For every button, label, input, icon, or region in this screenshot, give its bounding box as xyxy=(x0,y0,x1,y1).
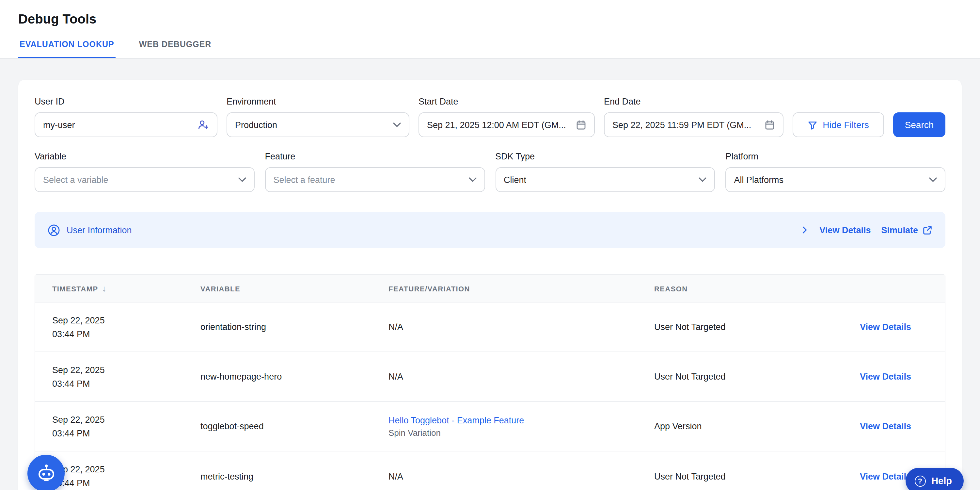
variable-cell: togglebot-speed xyxy=(200,421,388,431)
feature-text: N/A xyxy=(388,322,403,332)
table-header-row: TIMESTAMP ↓ VARIABLE FEATURE/VARIATION R… xyxy=(35,275,945,303)
reason-header-label: REASON xyxy=(654,284,688,292)
feature-text: N/A xyxy=(388,471,403,481)
togglebot-assistant-button[interactable] xyxy=(27,455,65,490)
end-date-field: End Date Sep 22, 2025 11:59 PM EDT (GM..… xyxy=(604,97,783,137)
calendar-icon xyxy=(576,120,586,130)
variable-placeholder: Select a variable xyxy=(43,175,108,185)
environment-select[interactable]: Production xyxy=(227,112,409,137)
variable-cell: orientation-string xyxy=(200,322,388,332)
row-view-details-link[interactable]: View Details xyxy=(860,471,911,481)
calendar-icon xyxy=(765,120,775,130)
timestamp-time: 03:44 PM xyxy=(52,377,200,390)
platform-label: Platform xyxy=(726,152,946,161)
start-date-value: Sep 21, 2025 12:00 AM EDT (GM... xyxy=(427,120,571,130)
user-circle-icon xyxy=(48,224,60,236)
sdk-type-value: Client xyxy=(504,175,526,185)
column-header-reason: REASON xyxy=(654,284,860,292)
banner-view-details-link[interactable]: View Details xyxy=(819,225,871,235)
table-row: Sep 22, 2025 03:44 PM togglebot-speed He… xyxy=(35,402,945,452)
filter-row-2: Variable Select a variable Feature Selec… xyxy=(35,152,945,192)
row-view-details-link[interactable]: View Details xyxy=(860,322,911,332)
actions-cell: View Details xyxy=(860,372,945,381)
feature-variation-header-label: FEATURE/VARIATION xyxy=(388,284,470,292)
table-row: Sep 22, 2025 03:44 PM metric-testing N/A… xyxy=(35,452,945,490)
environment-value: Production xyxy=(235,120,277,130)
feature-placeholder: Select a feature xyxy=(274,175,335,185)
evaluation-results-table: TIMESTAMP ↓ VARIABLE FEATURE/VARIATION R… xyxy=(35,275,945,490)
timestamp-cell: Sep 22, 2025 03:44 PM xyxy=(52,313,200,341)
user-information-title: User Information xyxy=(67,225,132,235)
filter-funnel-icon xyxy=(808,120,818,130)
tab-evaluation-lookup[interactable]: EVALUATION LOOKUP xyxy=(18,40,116,58)
timestamp-cell: Sep 22, 2025 03:44 PM xyxy=(52,463,200,490)
banner-view-details-label: View Details xyxy=(819,225,871,235)
timestamp-cell: Sep 22, 2025 03:44 PM xyxy=(52,413,200,440)
chevron-down-icon xyxy=(699,177,707,182)
reason-cell: User Not Targeted xyxy=(654,322,860,332)
row-view-details-link[interactable]: View Details xyxy=(860,372,911,381)
end-date-input[interactable]: Sep 22, 2025 11:59 PM EDT (GM... xyxy=(604,112,783,137)
column-header-variable: VARIABLE xyxy=(200,284,388,292)
table-row: Sep 22, 2025 03:44 PM new-homepage-hero … xyxy=(35,352,945,402)
timestamp-time: 03:44 PM xyxy=(52,327,200,341)
variable-cell: new-homepage-hero xyxy=(200,372,388,381)
feature-link[interactable]: Hello Togglebot - Example Feature xyxy=(388,415,654,425)
main-content: User ID Environment xyxy=(0,59,980,490)
feature-label: Feature xyxy=(265,152,485,161)
actions-cell: View Details xyxy=(860,421,945,431)
variable-header-label: VARIABLE xyxy=(200,284,240,292)
evaluation-lookup-card: User ID Environment xyxy=(18,80,962,490)
search-button-label: Search xyxy=(905,120,934,130)
user-information-banner: User Information View Details Simulate xyxy=(35,212,945,248)
environment-label: Environment xyxy=(227,97,409,107)
table-row: Sep 22, 2025 03:44 PM orientation-string… xyxy=(35,303,945,352)
start-date-input[interactable]: Sep 21, 2025 12:00 AM EDT (GM... xyxy=(418,112,595,137)
feature-variation-cell: Hello Togglebot - Example FeatureSpin Va… xyxy=(388,415,654,437)
user-id-label: User ID xyxy=(35,97,217,107)
sdk-type-label: SDK Type xyxy=(495,152,715,161)
start-date-field: Start Date Sep 21, 2025 12:00 AM EDT (GM… xyxy=(418,97,595,137)
help-button[interactable]: ? Help xyxy=(905,468,964,490)
variation-text: Spin Variation xyxy=(388,428,654,437)
column-header-feature-variation: FEATURE/VARIATION xyxy=(388,284,654,292)
variable-field: Variable Select a variable xyxy=(35,152,255,192)
chevron-down-icon xyxy=(393,122,401,128)
hide-filters-label: Hide Filters xyxy=(822,120,869,130)
reason-cell: User Not Targeted xyxy=(654,372,860,381)
hide-filters-button[interactable]: Hide Filters xyxy=(792,112,884,137)
timestamp-cell: Sep 22, 2025 03:44 PM xyxy=(52,363,200,390)
question-mark-icon: ? xyxy=(915,475,926,487)
sdk-type-field: SDK Type Client xyxy=(495,152,715,192)
end-date-label: End Date xyxy=(604,97,783,107)
sdk-type-select[interactable]: Client xyxy=(495,167,715,192)
tab-bar: EVALUATION LOOKUP WEB DEBUGGER xyxy=(18,40,962,58)
page-header: Debug Tools EVALUATION LOOKUP WEB DEBUGG… xyxy=(0,0,980,59)
user-id-input[interactable] xyxy=(43,120,192,130)
search-button[interactable]: Search xyxy=(893,112,945,137)
chevron-right-icon[interactable] xyxy=(800,225,809,235)
row-view-details-link[interactable]: View Details xyxy=(860,421,911,431)
timestamp-date: Sep 22, 2025 xyxy=(52,313,200,327)
simulate-link[interactable]: Simulate xyxy=(881,225,932,235)
variable-select[interactable]: Select a variable xyxy=(35,167,255,192)
environment-field: Environment Production xyxy=(227,97,409,137)
feature-variation-cell: N/A xyxy=(388,471,654,481)
tab-web-debugger[interactable]: WEB DEBUGGER xyxy=(138,40,213,58)
togglebot-robot-icon xyxy=(36,463,56,484)
sort-desc-icon[interactable]: ↓ xyxy=(102,284,107,293)
user-id-field: User ID xyxy=(35,97,217,137)
simulate-label: Simulate xyxy=(881,225,918,235)
variable-cell: metric-testing xyxy=(200,471,388,481)
user-id-input-wrap xyxy=(35,112,217,137)
person-add-icon[interactable] xyxy=(197,119,209,131)
reason-cell: User Not Targeted xyxy=(654,471,860,481)
column-header-timestamp[interactable]: TIMESTAMP ↓ xyxy=(52,284,200,293)
timestamp-header-label: TIMESTAMP xyxy=(52,284,98,292)
user-information-header[interactable]: User Information xyxy=(48,224,132,236)
start-date-label: Start Date xyxy=(418,97,595,107)
feature-select[interactable]: Select a feature xyxy=(265,167,485,192)
platform-select[interactable]: All Platforms xyxy=(726,167,946,192)
reason-cell: App Version xyxy=(654,421,860,431)
actions-cell: View Details xyxy=(860,322,945,332)
